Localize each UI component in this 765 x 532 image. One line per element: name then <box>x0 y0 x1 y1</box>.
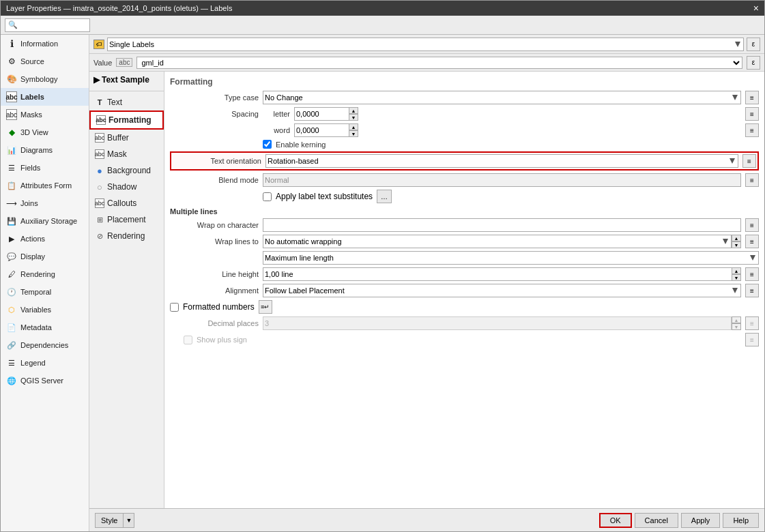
wrap-lines-to-select[interactable]: No automatic wrapping <box>263 235 732 248</box>
action-buttons: OK Cancel Apply Help <box>599 513 759 528</box>
metadata-icon: 📄 <box>6 322 17 333</box>
blend-mode-row: Blend mode Normal ≡ <box>170 173 759 187</box>
masks-icon: abc <box>6 109 17 120</box>
sidebar-item-variables[interactable]: ⬡ Variables <box>1 301 89 319</box>
abc-badge: abc <box>116 58 132 67</box>
wrap-on-char-expr-btn[interactable]: ≡ <box>745 218 759 232</box>
apply-substitutes-btn[interactable]: … <box>377 190 392 203</box>
3dview-icon: ◆ <box>6 127 17 138</box>
letter-spin-down[interactable]: ▼ <box>349 114 358 121</box>
sub-panel-item-rendering[interactable]: ⊘ Rendering <box>89 228 164 244</box>
sidebar-item-symbology[interactable]: 🎨 Symbology <box>1 70 89 88</box>
cancel-button[interactable]: Cancel <box>635 513 678 528</box>
word-spin-down[interactable]: ▼ <box>349 130 358 137</box>
sidebar-item-rendering[interactable]: 🖊 Rendering <box>1 265 89 283</box>
wrap-lines-to-input-group: No automatic wrapping ▲ ▼ <box>263 235 741 248</box>
mode-expr-button[interactable]: ε <box>747 38 760 51</box>
alignment-label: Alignment <box>170 286 259 295</box>
line-height-label: Line height <box>170 270 259 278</box>
sidebar-item-information[interactable]: ℹ Information <box>1 35 89 53</box>
word-spacing-input[interactable] <box>294 123 349 137</box>
ok-button[interactable]: OK <box>599 513 632 528</box>
wrap-lines-expr-btn[interactable]: ≡ <box>745 235 759 248</box>
blend-mode-label: Blend mode <box>170 176 259 184</box>
sub-panel-item-placement[interactable]: ⊞ Placement <box>89 211 164 228</box>
sidebar-item-label: Temporal <box>20 288 51 296</box>
sidebar-item-joins[interactable]: ⟶ Joins <box>1 194 89 212</box>
sidebar-item-attributes-form[interactable]: 📋 Attributes Form <box>1 177 89 194</box>
formatted-numbers-expr-btn[interactable]: ≡↵ <box>259 300 272 314</box>
type-case-label: Type case <box>170 93 259 102</box>
sidebar-item-masks[interactable]: abc Masks <box>1 106 89 123</box>
type-case-row: Type case No Change ≡ <box>170 91 759 104</box>
line-height-input[interactable] <box>263 267 732 281</box>
sidebar: ℹ Information ⚙ Source 🎨 Symbology abc L… <box>1 35 89 531</box>
help-button[interactable]: Help <box>723 513 759 528</box>
show-plus-expr-btn: ≡ <box>745 333 759 346</box>
sidebar-item-temporal[interactable]: 🕐 Temporal <box>1 283 89 301</box>
sub-panel-item-mask[interactable]: abc Mask <box>89 146 164 162</box>
sidebar-item-display[interactable]: 💬 Display <box>1 248 89 265</box>
mode-bar: 🏷 Single Labels ε <box>89 35 764 54</box>
alignment-select[interactable]: Follow Label Placement <box>263 284 741 297</box>
sub-panel-item-callouts[interactable]: abc Callouts <box>89 195 164 211</box>
sidebar-item-metadata[interactable]: 📄 Metadata <box>1 319 89 336</box>
sub-panel-item-buffer[interactable]: abc Buffer <box>89 130 164 146</box>
value-expr-button[interactable]: ε <box>747 56 760 70</box>
formatting-sub-icon: abc <box>96 115 106 125</box>
sub-panel-item-background[interactable]: ● Background <box>89 162 164 179</box>
labels-icon: abc <box>6 91 17 102</box>
sidebar-item-diagrams[interactable]: 📊 Diagrams <box>1 141 89 159</box>
bottom-bar: Style ▼ OK Cancel Apply Help <box>89 508 764 531</box>
word-spacing-expr-btn[interactable]: ≡ <box>745 123 759 137</box>
line-height-spin-up[interactable]: ▲ <box>732 267 741 274</box>
apply-substitutes-checkbox[interactable] <box>263 192 272 201</box>
wrap-lines-spin-down[interactable]: ▼ <box>732 241 741 248</box>
word-spacing-row: word ▲ ▼ ≡ <box>263 123 759 137</box>
sidebar-item-actions[interactable]: ▶ Actions <box>1 230 89 248</box>
wrap-on-char-input[interactable] <box>263 218 741 232</box>
search-box[interactable]: 🔍 <box>5 18 90 32</box>
sidebar-item-auxiliary-storage[interactable]: 💾 Auxiliary Storage <box>1 212 89 230</box>
sub-panel-item-text[interactable]: T Text <box>89 94 164 110</box>
line-height-row: Line height ▲ ▼ ≡ <box>170 267 759 281</box>
close-button[interactable]: × <box>753 3 759 14</box>
style-dropdown[interactable]: ▼ <box>124 513 134 528</box>
sidebar-item-dependencies[interactable]: 🔗 Dependencies <box>1 336 89 354</box>
sub-panel-item-formatting[interactable]: abc Formatting <box>89 110 164 130</box>
text-orientation-select[interactable]: Rotation-based <box>265 154 738 168</box>
sub-panel-item-shadow[interactable]: ○ Shadow <box>89 179 164 195</box>
text-sample-header[interactable]: ▶ Text Sample <box>89 72 164 88</box>
letter-spin-up[interactable]: ▲ <box>349 107 358 114</box>
blend-mode-select[interactable]: Normal <box>263 173 741 187</box>
letter-spacing-expr-btn[interactable]: ≡ <box>745 107 759 121</box>
type-case-expr-btn[interactable]: ≡ <box>745 91 759 104</box>
letter-spacing-input[interactable] <box>294 107 349 121</box>
kerning-checkbox[interactable] <box>263 140 272 149</box>
line-height-spin-down[interactable]: ▼ <box>732 274 741 281</box>
formatted-numbers-checkbox[interactable] <box>170 303 179 312</box>
sidebar-item-fields[interactable]: ☰ Fields <box>1 159 89 177</box>
text-orientation-expr-btn[interactable]: ≡ <box>742 154 756 168</box>
sidebar-item-3dview[interactable]: ◆ 3D View <box>1 123 89 141</box>
blend-mode-expr-btn[interactable]: ≡ <box>745 173 759 187</box>
qgis-server-icon: 🌐 <box>6 375 17 386</box>
wrap-lines-spin-up[interactable]: ▲ <box>732 235 741 241</box>
search-input[interactable] <box>18 21 87 29</box>
label-mode-dropdown[interactable]: Single Labels <box>107 38 744 51</box>
style-button[interactable]: Style <box>95 513 124 528</box>
value-field[interactable]: gml_id <box>136 57 742 69</box>
word-spin-up[interactable]: ▲ <box>349 123 358 130</box>
sidebar-item-qgis-server[interactable]: 🌐 QGIS Server <box>1 372 89 389</box>
apply-button[interactable]: Apply <box>681 513 721 528</box>
alignment-expr-btn[interactable]: ≡ <box>745 284 759 297</box>
max-line-length-select[interactable]: Maximum line length <box>263 251 759 265</box>
sidebar-item-legend[interactable]: ☰ Legend <box>1 354 89 372</box>
sidebar-item-source[interactable]: ⚙ Source <box>1 53 89 70</box>
text-orientation-label: Text orientation <box>173 157 261 165</box>
sidebar-item-label: Legend <box>20 359 46 367</box>
sidebar-item-labels[interactable]: abc Labels <box>1 88 89 106</box>
type-case-select[interactable]: No Change <box>263 91 741 104</box>
line-height-expr-btn[interactable]: ≡ <box>745 267 759 281</box>
sidebar-item-label: Metadata <box>20 323 52 331</box>
